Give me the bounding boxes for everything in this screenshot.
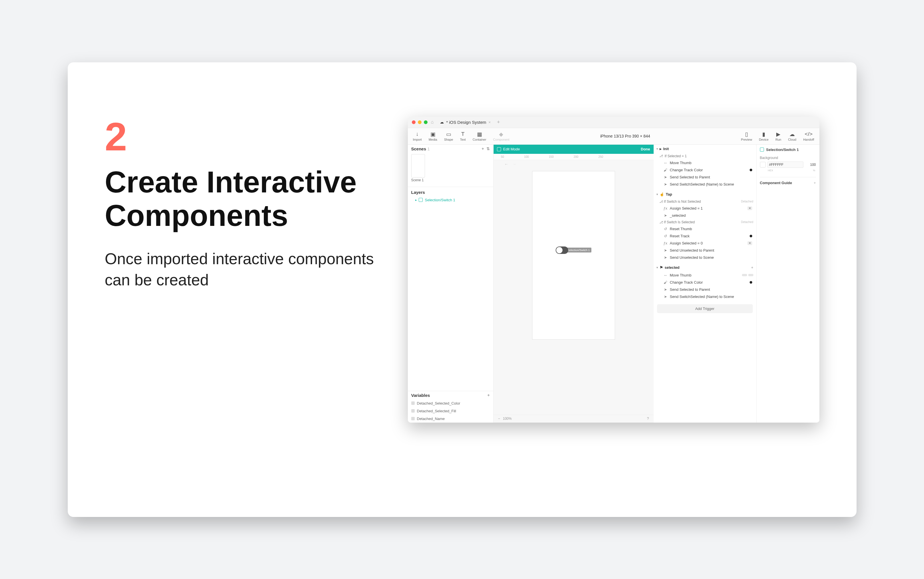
tab-title: * iOS Design System: [446, 120, 486, 125]
variable-row[interactable]: Detached_Selected_Fill: [408, 407, 493, 415]
device-size-label: iPhone 13/13 Pro 390 × 844: [509, 134, 741, 138]
send-icon: ➤: [663, 248, 668, 252]
alpha-input[interactable]: 100: [805, 163, 816, 167]
zoom-level[interactable]: 100%: [498, 417, 512, 420]
chevron-down-icon: ▾: [656, 266, 658, 269]
action-assign-1[interactable]: ƒxAssign Selected = 1✕: [654, 205, 756, 212]
send-icon: ➤: [663, 175, 668, 179]
tool-import[interactable]: ↓Import: [413, 131, 422, 141]
function-icon: ƒx: [663, 241, 668, 245]
add-variable-button[interactable]: +: [487, 393, 490, 397]
tool-device[interactable]: ▮Device: [759, 131, 769, 141]
action-reset-track[interactable]: ↺Reset Track: [654, 232, 756, 240]
flag-icon: ⚑: [660, 265, 663, 270]
action-change-track-color[interactable]: 🖌Change Track Color: [654, 279, 756, 286]
action-send-unselected-parent[interactable]: ➤Send Unselected to Parent: [654, 247, 756, 254]
keyframe-badge: ✕: [748, 241, 752, 245]
send-icon: ➤: [663, 294, 668, 299]
slide-title: Create Interactive Components: [105, 165, 385, 232]
tool-cloud[interactable]: ☁Cloud: [788, 131, 796, 141]
add-action-button[interactable]: +: [751, 265, 753, 270]
action-reset-thumb[interactable]: ↺Reset Thumb: [654, 225, 756, 232]
switch-thumb: [556, 247, 562, 254]
function-icon: ƒx: [663, 206, 668, 211]
tool-media[interactable]: ▣Media: [429, 131, 437, 141]
background-color-row: #FFFFFF 100: [760, 162, 816, 168]
scene-label: Scene 1: [408, 178, 493, 185]
condition-row[interactable]: ⎇If Selected = 1: [654, 153, 756, 159]
keyframe-badge: ✕: [748, 206, 752, 210]
add-scene-button[interactable]: +: [482, 146, 484, 151]
action-change-track-color[interactable]: 🖌Change Track Color: [654, 167, 756, 173]
layer-item-switch[interactable]: ▸ Selection/Switch 1: [408, 196, 493, 204]
help-button[interactable]: ?: [647, 417, 649, 420]
inspector-header: Selection/Switch 1: [760, 147, 816, 152]
zoom-window-button[interactable]: [424, 120, 428, 124]
close-tab-icon[interactable]: ×: [488, 120, 491, 124]
tool-text[interactable]: TText: [460, 131, 465, 141]
action-send-parent[interactable]: ➤Send Selected to Parent: [654, 286, 756, 293]
add-guide-button[interactable]: +: [814, 181, 816, 185]
color-swatch-dot: [750, 235, 752, 237]
hex-input[interactable]: #FFFFFF: [767, 162, 803, 168]
scenes-panel-header: Scenes 1 +⇅: [408, 145, 493, 153]
home-icon[interactable]: ⌂: [431, 119, 434, 125]
run-icon: ▶: [776, 131, 780, 137]
slide-screenshot-column: ⌂ ☁ * iOS Design System × + ↓Import ▣Med…: [408, 117, 820, 463]
variable-icon: [411, 401, 415, 405]
tool-run[interactable]: ▶Run: [775, 131, 781, 141]
action-move-thumb[interactable]: ↔Move Thumb: [654, 272, 756, 279]
nav-forward-button[interactable]: →: [513, 162, 516, 167]
add-tab-button[interactable]: +: [497, 119, 500, 125]
slide-description: Once imported interactive components can…: [105, 248, 385, 291]
send-icon: ➤: [663, 287, 668, 292]
add-trigger-button[interactable]: Add Trigger: [657, 304, 753, 313]
paint-icon: 🖌: [663, 168, 668, 172]
variable-row[interactable]: Detached_Selected_Color: [408, 399, 493, 407]
bolt-icon: ▸: [660, 147, 662, 151]
switch-component[interactable]: Selection/Switch 1: [556, 247, 592, 254]
trigger-init-header[interactable]: ▾▸Init: [654, 145, 756, 153]
tool-handoff[interactable]: </>Handoff: [803, 131, 814, 141]
action-assign-0[interactable]: ƒxAssign Selected = 0✕: [654, 240, 756, 247]
reset-icon: ↺: [663, 227, 668, 231]
variable-row[interactable]: Detached_Name: [408, 415, 493, 423]
scenes-menu-button[interactable]: ⇅: [486, 146, 490, 151]
action-selected[interactable]: ➤_selected: [654, 212, 756, 219]
condition-icon: ⎇: [660, 221, 663, 224]
document-tab[interactable]: ☁ * iOS Design System ×: [437, 119, 494, 126]
canvas-body[interactable]: Selection/Switch 1: [494, 168, 654, 415]
chevron-down-icon: ▾: [656, 147, 658, 150]
action-send-unselected-scene[interactable]: ➤Send Unselected to Scene: [654, 254, 756, 261]
variable-icon: [411, 417, 415, 420]
paint-icon: 🖌: [663, 280, 668, 285]
hex-caption-row: HEX %: [760, 169, 816, 172]
action-move-thumb[interactable]: ↔Move Thumb: [654, 159, 756, 167]
reset-icon: ↺: [663, 234, 668, 238]
condition-row[interactable]: ⎇ If Switch Is SelectedDetached: [654, 219, 756, 225]
send-icon: ➤: [663, 213, 668, 218]
action-send-scene[interactable]: ➤Send SwitchSelected (Name) to Scene: [654, 293, 756, 300]
condition-row[interactable]: ⎇ If Switch is Not SelectedDetached: [654, 198, 756, 205]
color-swatch[interactable]: [760, 162, 766, 168]
scene-thumbnail[interactable]: [411, 154, 425, 178]
close-window-button[interactable]: [412, 120, 416, 124]
trigger-selected-header[interactable]: ▾⚑selected+: [654, 263, 756, 272]
tool-container[interactable]: ▦Container: [473, 131, 486, 141]
action-send-parent[interactable]: ➤Send Selected to Parent: [654, 173, 756, 181]
tool-shape[interactable]: ▭Shape: [444, 131, 453, 141]
layers-panel-header: Layers: [408, 188, 493, 196]
done-button[interactable]: Done: [641, 147, 650, 151]
variables-panel-header: Variables +: [408, 391, 493, 399]
switch-selection-label: Selection/Switch 1: [566, 248, 592, 252]
nav-back-button[interactable]: ←: [504, 162, 508, 167]
device-frame: Selection/Switch 1: [532, 171, 615, 340]
tool-component: ◆Component: [493, 131, 509, 141]
component-guide-row[interactable]: Component Guide +: [760, 177, 816, 185]
tool-preview[interactable]: ▯Preview: [741, 131, 752, 141]
trigger-tap-header[interactable]: ▾☝Tap: [654, 190, 756, 198]
handoff-icon: </>: [805, 131, 813, 137]
edit-mode-bar: Edit Mode Done: [494, 145, 654, 154]
action-send-scene[interactable]: ➤Send SwitchSelected (Name) to Scene: [654, 181, 756, 188]
minimize-window-button[interactable]: [418, 120, 421, 124]
